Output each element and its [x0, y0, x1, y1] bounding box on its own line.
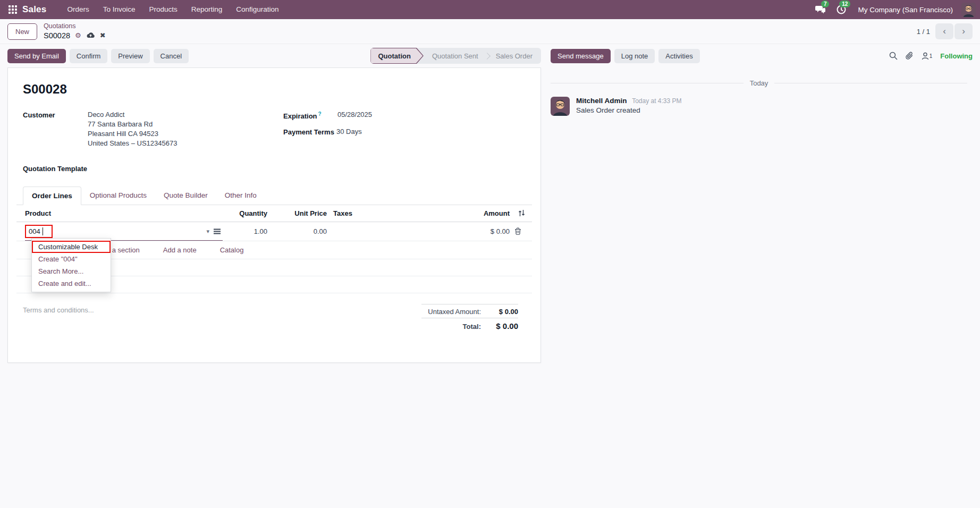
activities-badge: 12	[839, 1, 850, 7]
messages-badge: 7	[821, 1, 830, 7]
send-message-button[interactable]: Send message	[551, 49, 611, 63]
untaxed-amount-label: Untaxed Amount:	[428, 308, 481, 316]
breadcrumb-parent[interactable]: Quotations	[44, 22, 106, 31]
table-header-row: Product Quantity Unit Price Taxes Amount	[16, 205, 532, 222]
new-button[interactable]: New	[7, 23, 37, 40]
statusbar: Quotation Quotation Sent Sales Order	[370, 48, 542, 64]
unit-price-value[interactable]: 0.00	[267, 227, 327, 235]
chevron-left-icon: ‹	[943, 26, 946, 37]
nav-item-configuration[interactable]: Configuration	[229, 0, 285, 19]
autocomplete-item-customizable-desk[interactable]: Customizable Desk	[32, 241, 111, 253]
text-cursor	[43, 227, 43, 235]
chevron-right-icon: ›	[962, 26, 965, 37]
send-by-email-button[interactable]: Send by Email	[7, 49, 66, 63]
expiration-label: Expiration?	[283, 111, 336, 120]
search-messages-button[interactable]	[889, 52, 898, 60]
pager-next-button[interactable]: ›	[954, 23, 973, 39]
company-switcher[interactable]: My Company (San Francisco)	[858, 6, 953, 14]
nav-item-products[interactable]: Products	[142, 0, 184, 19]
pager-previous-button[interactable]: ‹	[935, 23, 953, 39]
customer-label: Customer	[23, 111, 88, 149]
totals-block: Untaxed Amount: $ 0.00 Total: $ 0.00	[421, 304, 518, 352]
address-line: United States – US12345673	[88, 139, 177, 148]
line-note-icon[interactable]	[214, 228, 221, 234]
terms-and-conditions-input[interactable]	[23, 304, 421, 352]
col-quantity[interactable]: Quantity	[223, 209, 267, 217]
preview-button[interactable]: Preview	[111, 49, 149, 63]
dropdown-caret-icon[interactable]: ▾	[206, 228, 209, 235]
apps-menu-icon[interactable]	[9, 5, 17, 14]
confirm-button[interactable]: Confirm	[70, 49, 108, 63]
col-amount[interactable]: Amount	[458, 209, 510, 217]
trash-icon	[514, 227, 521, 235]
log-note-button[interactable]: Log note	[614, 49, 655, 63]
delete-line-button[interactable]	[510, 227, 526, 235]
total-label: Total:	[463, 323, 481, 331]
message-timestamp: Today at 4:33 PM	[632, 97, 681, 105]
control-panel-breadcrumb: New Quotations S00028 ⚙ ✖ 1 / 1 ‹ ›	[0, 19, 980, 44]
breadcrumb-current: S00028 ⚙ ✖	[44, 31, 106, 40]
follower-person-icon	[922, 52, 929, 60]
top-navbar: Sales Orders To Invoice Products Reporti…	[0, 0, 980, 19]
tab-quote-builder[interactable]: Quote Builder	[155, 187, 216, 205]
catalog-link[interactable]: Catalog	[220, 246, 244, 254]
payment-terms-value[interactable]: 30 Days	[336, 128, 362, 136]
nav-item-orders[interactable]: Orders	[60, 0, 96, 19]
message-body: Sales Order created	[576, 106, 682, 114]
cloud-save-icon[interactable]	[86, 32, 95, 39]
notebook-tabs: Order Lines Optional Products Quote Buil…	[16, 187, 532, 205]
discard-icon[interactable]: ✖	[100, 31, 106, 40]
record-name: S00028	[44, 31, 70, 40]
col-unit-price[interactable]: Unit Price	[267, 209, 327, 217]
autocomplete-item-create[interactable]: Create "004"	[32, 253, 111, 265]
nav-item-reporting[interactable]: Reporting	[184, 0, 230, 19]
status-step-sales-order[interactable]: Sales Order	[487, 48, 541, 64]
followers-button[interactable]: 1	[922, 52, 933, 60]
chatter-message: Mitchell Admin Today at 4:33 PM Sales Or…	[551, 97, 967, 116]
status-step-quotation-sent[interactable]: Quotation Sent	[424, 48, 487, 64]
status-step-quotation[interactable]: Quotation	[370, 48, 424, 64]
messages-menu[interactable]: 7	[811, 2, 829, 17]
quantity-value[interactable]: 1.00	[223, 227, 267, 235]
col-product[interactable]: Product	[25, 209, 223, 217]
activities-menu[interactable]: 12	[832, 2, 850, 17]
autocomplete-item-search-more[interactable]: Search More...	[32, 265, 111, 277]
tab-optional-products[interactable]: Optional Products	[81, 187, 155, 205]
message-author[interactable]: Mitchell Admin	[576, 97, 627, 105]
nav-item-to-invoice[interactable]: To Invoice	[96, 0, 142, 19]
customer-value[interactable]: Deco Addict	[88, 111, 177, 118]
gear-icon[interactable]: ⚙	[75, 31, 81, 40]
record-title: S00028	[23, 82, 532, 97]
search-icon	[889, 52, 898, 60]
pager-count: 1 / 1	[917, 28, 930, 36]
help-icon[interactable]: ?	[318, 111, 322, 117]
user-avatar[interactable]	[961, 3, 976, 17]
activities-button[interactable]: Activities	[658, 49, 699, 63]
quotation-template-label: Quotation Template	[23, 165, 532, 173]
expiration-value[interactable]: 05/28/2025	[336, 111, 372, 120]
product-input[interactable]	[25, 225, 53, 238]
form-sheet: S00028 Customer Deco Addict 77 Santa Bar…	[7, 67, 541, 363]
control-panel-actions: Send by Email Confirm Preview Cancel Quo…	[0, 44, 980, 67]
paperclip-icon	[906, 52, 914, 60]
attachments-button[interactable]	[906, 52, 914, 60]
date-divider: Today	[551, 79, 967, 87]
col-taxes[interactable]: Taxes	[327, 209, 458, 217]
breadcrumb: Quotations S00028 ⚙ ✖	[44, 22, 106, 40]
add-note-link[interactable]: Add a note	[163, 246, 197, 254]
payment-terms-label: Payment Terms	[283, 128, 336, 136]
order-lines-table: Product Quantity Unit Price Taxes Amount	[16, 205, 532, 293]
tab-other-info[interactable]: Other Info	[216, 187, 265, 205]
address-line: Pleasant Hill CA 94523	[88, 129, 177, 139]
expiration-label-text: Expiration	[283, 112, 317, 120]
tab-order-lines[interactable]: Order Lines	[23, 187, 81, 205]
following-toggle[interactable]: Following	[940, 52, 973, 60]
optional-columns-icon[interactable]	[510, 209, 526, 217]
chatter-panel: Today Mitchell Admin Today at 4:33 PM	[541, 67, 980, 116]
cancel-button[interactable]: Cancel	[154, 49, 189, 63]
autocomplete-item-create-and-edit[interactable]: Create and edit...	[32, 277, 111, 290]
product-autocomplete-dropdown: Customizable Desk Create "004" Search Mo…	[31, 238, 111, 292]
app-name[interactable]: Sales	[22, 4, 46, 15]
total-value: $ 0.00	[488, 321, 518, 331]
message-author-avatar[interactable]	[551, 97, 570, 116]
